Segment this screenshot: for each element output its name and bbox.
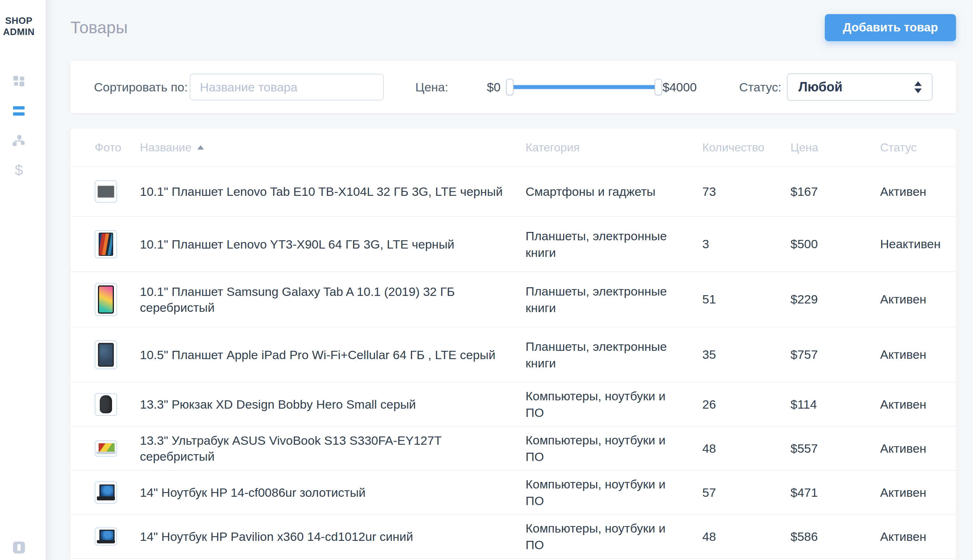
product-status: Активен [880, 530, 934, 544]
table-row[interactable]: 10.1" Планшет Lenovo YT3-X90L 64 ГБ 3G, … [70, 216, 956, 271]
product-photo-cell [95, 180, 140, 203]
products-list-icon [13, 106, 25, 116]
product-status: Неактивен [880, 237, 941, 251]
product-price: $471 [791, 485, 880, 500]
price-slider-track[interactable] [509, 85, 659, 89]
product-photo-cell [95, 440, 140, 457]
page-title: Товары [70, 18, 128, 37]
product-photo [95, 340, 117, 369]
product-image [98, 186, 114, 198]
page-header: Товары Добавить товар [70, 14, 956, 41]
product-category: Планшеты, электронные книги [526, 283, 702, 316]
filter-bar: Сортировать по: Цена: $0 $4000 Статус: Л… [70, 61, 956, 113]
product-name: 14" Ноутбук HP Pavilion x360 14-cd1012ur… [140, 528, 526, 545]
product-quantity: 57 [702, 485, 791, 500]
product-photo-cell [95, 527, 140, 545]
product-name: 10.1" Планшет Lenovo YT3-X90L 64 ГБ 3G, … [140, 236, 526, 252]
product-category: Смартфоны и гаджеты [526, 183, 702, 200]
column-header-name-label: Название [140, 141, 192, 154]
product-status: Активен [880, 185, 934, 199]
product-status: Активен [880, 485, 934, 500]
sort-asc-icon [197, 145, 204, 150]
product-image [98, 343, 114, 367]
product-photo [95, 440, 117, 457]
status-select-value: Любой [798, 80, 843, 95]
product-status: Активен [880, 292, 934, 307]
product-quantity: 73 [702, 185, 791, 199]
product-quantity: 3 [702, 237, 791, 251]
product-name-search-input[interactable] [190, 74, 384, 100]
brand-line-1: SHOP [0, 15, 38, 27]
product-photo [95, 230, 117, 258]
sidebar-item-sales[interactable]: $ [0, 155, 38, 185]
product-category: Компьютеры, ноутбуки и ПО [526, 432, 702, 465]
price-label: Цена: [415, 80, 448, 94]
column-header-category[interactable]: Категория [526, 141, 702, 154]
price-min-value: $0 [487, 80, 501, 94]
table-row[interactable]: 14" Ноутбук HP Pavilion x360 14-cd1012ur… [70, 514, 956, 558]
product-category: Компьютеры, ноутбуки и ПО [526, 520, 702, 553]
product-name: 10.1" Планшет Samsung Galaxy Tab A 10.1 … [140, 283, 526, 315]
dollar-icon: $ [15, 163, 23, 177]
product-photo [95, 393, 117, 416]
table-row[interactable]: 14" Ноутбук HP 14-cf0086ur золотистый Ко… [70, 470, 956, 514]
product-status: Активен [880, 348, 934, 362]
product-quantity: 48 [702, 530, 791, 544]
product-category: Компьютеры, ноутбуки и ПО [526, 388, 702, 421]
column-header-quantity[interactable]: Количество [702, 141, 791, 154]
table-row[interactable]: 10.5" Планшет Apple iPad Pro Wi-Fi+Cellu… [70, 327, 956, 382]
brand-line-2: ADMIN [0, 27, 38, 38]
product-price: $167 [791, 185, 880, 199]
collapse-sidebar-icon[interactable] [13, 542, 25, 553]
product-quantity: 26 [702, 397, 791, 412]
product-image [96, 443, 116, 454]
product-status: Активен [880, 442, 934, 456]
product-price: $557 [791, 442, 880, 456]
table-row[interactable]: 10.1" Планшет Samsung Galaxy Tab A 10.1 … [70, 271, 956, 327]
product-photo-cell [95, 230, 140, 258]
table-row[interactable]: 13.3" Рюкзак XD Design Bobby Hero Small … [70, 382, 956, 426]
table-body: 10.1" Планшет Lenovo Tab E10 TB-X104L 32… [70, 166, 956, 560]
product-photo [95, 481, 117, 503]
product-price: $229 [791, 292, 880, 307]
price-max-value: $4000 [663, 80, 697, 94]
sidebar-item-categories[interactable] [0, 126, 38, 155]
status-label: Статус: [739, 80, 781, 94]
product-photo-cell [95, 283, 140, 316]
sitemap-icon [13, 135, 25, 146]
product-price: $500 [791, 237, 880, 251]
product-quantity: 51 [702, 292, 791, 307]
column-header-photo[interactable]: Фото [95, 141, 140, 154]
table-row[interactable]: 13.3" Ультрабук ASUS VivoBook S13 S330FA… [70, 426, 956, 470]
price-slider[interactable] [506, 78, 662, 96]
product-price: $114 [791, 397, 880, 412]
price-slider-min-handle[interactable] [506, 79, 514, 95]
product-category: Планшеты, электронные книги [526, 338, 702, 372]
product-photo-cell [95, 393, 140, 416]
product-photo [95, 527, 117, 545]
product-price: $586 [791, 530, 880, 544]
price-slider-max-handle[interactable] [654, 79, 662, 95]
product-name: 13.3" Ультрабук ASUS VivoBook S13 S330FA… [140, 432, 526, 464]
brand-logo: SHOP ADMIN [0, 15, 38, 38]
product-category: Планшеты, электронные книги [526, 228, 702, 261]
dashboard-icon [13, 76, 24, 87]
product-name: 13.3" Рюкзак XD Design Bobby Hero Small … [140, 396, 526, 412]
products-table: Фото Название Категория Количество Цена … [70, 128, 956, 560]
product-status: Активен [880, 397, 934, 412]
product-name: 10.5" Планшет Apple iPad Pro Wi-Fi+Cellu… [140, 347, 526, 363]
product-quantity: 35 [702, 348, 791, 362]
table-row[interactable]: 10.1" Планшет Lenovo Tab E10 TB-X104L 32… [70, 166, 956, 216]
column-header-name[interactable]: Название [140, 141, 526, 154]
select-arrows-icon [915, 81, 922, 93]
column-header-status[interactable]: Статус [880, 141, 934, 154]
product-photo [95, 180, 117, 203]
status-select[interactable]: Любой [787, 73, 933, 101]
product-photo-cell [95, 481, 140, 503]
sidebar-item-products[interactable] [0, 96, 38, 126]
column-header-price[interactable]: Цена [791, 141, 880, 154]
product-image [98, 233, 113, 256]
add-product-button[interactable]: Добавить товар [825, 14, 956, 41]
sidebar-item-dashboard[interactable] [0, 67, 38, 96]
sort-by-label: Сортировать по: [94, 80, 188, 94]
